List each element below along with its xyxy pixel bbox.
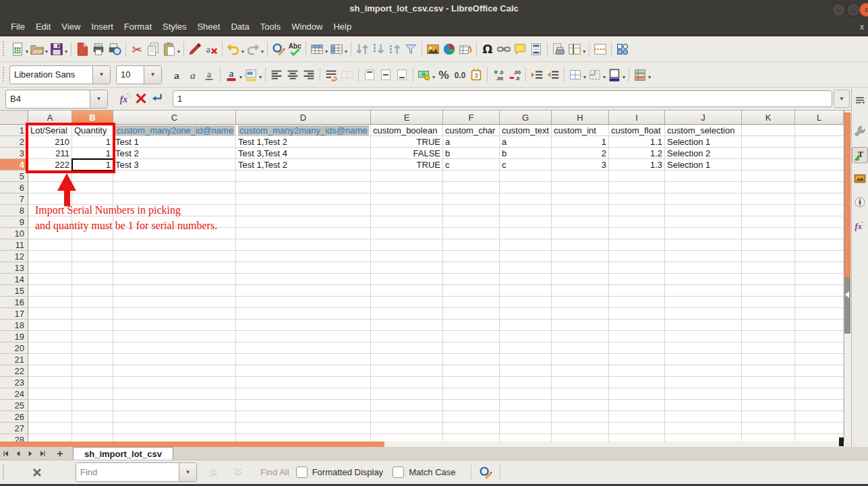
cell-H11[interactable] [552, 239, 609, 251]
cell-G21[interactable] [500, 354, 552, 365]
cell-J6[interactable] [665, 182, 742, 193]
cell-C17[interactable] [113, 308, 236, 320]
cell-E11[interactable] [371, 239, 443, 251]
cell-J25[interactable] [665, 400, 742, 411]
cell-K17[interactable] [742, 308, 795, 320]
cell-E23[interactable] [371, 377, 443, 388]
cell-D15[interactable] [236, 285, 371, 297]
cell-E4[interactable]: TRUE [371, 159, 443, 171]
previous-sheet-button[interactable] [12, 448, 24, 460]
clone-formatting-button[interactable] [187, 40, 203, 59]
undo-dropdown-icon[interactable]: ▾ [241, 49, 244, 55]
paste-button[interactable] [161, 40, 177, 59]
cell-C25[interactable] [113, 400, 236, 411]
menu-help[interactable]: Help [328, 20, 357, 33]
cell-J22[interactable] [665, 365, 742, 377]
cell-D27[interactable] [236, 423, 371, 434]
headers-footers-button[interactable] [528, 40, 544, 59]
cell-J16[interactable] [665, 297, 742, 308]
row-header-11[interactable]: 11 [0, 239, 28, 251]
cell-A14[interactable] [28, 274, 72, 285]
align-left-button[interactable] [268, 65, 285, 84]
cell-B20[interactable] [72, 342, 113, 354]
menu-format[interactable]: Format [119, 20, 157, 33]
cell-L25[interactable] [795, 400, 844, 411]
open-folder-button[interactable] [29, 40, 45, 59]
cell-K24[interactable] [742, 388, 795, 400]
currency-button[interactable] [416, 65, 432, 84]
cell-L11[interactable] [795, 239, 844, 251]
insert-pivot-table-button[interactable] [457, 40, 473, 59]
cell-H23[interactable] [552, 377, 609, 388]
cell-I5[interactable] [609, 171, 665, 182]
cell-D21[interactable] [236, 354, 371, 365]
cancel-button[interactable] [133, 89, 149, 108]
date-format-button[interactable]: 3 [468, 65, 484, 84]
cell-E10[interactable] [371, 228, 443, 239]
cell-A12[interactable] [28, 251, 72, 262]
cell-F5[interactable] [443, 171, 500, 182]
cell-L4[interactable] [795, 159, 844, 171]
cell-H3[interactable]: 2 [552, 148, 609, 159]
border-style-dropdown-icon[interactable]: ▾ [603, 74, 606, 80]
cell-J15[interactable] [665, 285, 742, 297]
font-color-dropdown-icon[interactable]: ▾ [239, 74, 242, 80]
cell-I11[interactable] [609, 239, 665, 251]
font-color-button[interactable]: a [223, 65, 239, 84]
cell-A28[interactable] [28, 434, 72, 442]
cell-K16[interactable] [742, 297, 795, 308]
cell-L19[interactable] [795, 331, 844, 342]
underline-button[interactable]: a [201, 65, 217, 84]
cell-E8[interactable] [371, 205, 443, 216]
cell-D25[interactable] [236, 400, 371, 411]
cell-C11[interactable] [113, 239, 236, 251]
cell-F8[interactable] [443, 205, 500, 216]
cell-A24[interactable] [28, 388, 72, 400]
cell-J17[interactable] [665, 308, 742, 320]
cell-G4[interactable]: c [500, 159, 552, 171]
align-top-button[interactable] [361, 65, 378, 84]
cell-L6[interactable] [795, 182, 844, 193]
cell-H10[interactable] [552, 228, 609, 239]
expand-formula-bar-icon[interactable]: ▼ [834, 90, 850, 108]
cell-E21[interactable] [371, 354, 443, 365]
cell-L14[interactable] [795, 274, 844, 285]
cell-F28[interactable] [443, 434, 500, 442]
cell-L21[interactable] [795, 354, 844, 365]
sidebar-functions-button[interactable]: fx [852, 218, 868, 234]
column-header-B[interactable]: B [72, 111, 113, 125]
cell-C14[interactable] [113, 274, 236, 285]
cell-B1[interactable]: Quantity [72, 125, 113, 136]
insert-image-button[interactable] [425, 40, 441, 59]
cell-I18[interactable] [609, 320, 665, 331]
cell-I24[interactable] [609, 388, 665, 400]
cell-K21[interactable] [742, 354, 795, 365]
cell-I8[interactable] [609, 205, 665, 216]
border-style-button[interactable] [587, 65, 603, 84]
bold-button[interactable]: a [169, 65, 185, 84]
cell-I21[interactable] [609, 354, 665, 365]
cell-I17[interactable] [609, 308, 665, 320]
row-header-7[interactable]: 7 [0, 193, 28, 205]
print-button[interactable] [90, 40, 107, 59]
cell-L8[interactable] [795, 205, 844, 216]
cell-D1[interactable]: custom_many2many_ids@name [236, 125, 371, 136]
cell-J5[interactable] [665, 171, 742, 182]
name-box[interactable]: B4 ▼ [5, 90, 108, 109]
cell-L10[interactable] [795, 228, 844, 239]
cell-E13[interactable] [371, 262, 443, 274]
wrap-text-button[interactable] [323, 65, 339, 84]
insert-chart-button[interactable] [441, 40, 457, 59]
cell-C6[interactable] [113, 182, 236, 193]
cell-D22[interactable] [236, 365, 371, 377]
cell-E26[interactable] [371, 411, 443, 423]
cell-I27[interactable] [609, 423, 665, 434]
cell-A17[interactable] [28, 308, 72, 320]
cell-H17[interactable] [552, 308, 609, 320]
cell-L18[interactable] [795, 320, 844, 331]
cell-A25[interactable] [28, 400, 72, 411]
cell-L24[interactable] [795, 388, 844, 400]
paste-dropdown-icon[interactable]: ▾ [177, 49, 180, 55]
cell-F26[interactable] [443, 411, 500, 423]
cell-F23[interactable] [443, 377, 500, 388]
